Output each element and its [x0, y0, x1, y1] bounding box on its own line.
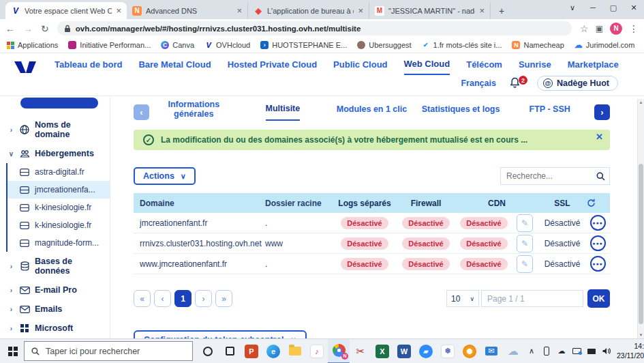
- page-last-button[interactable]: »: [215, 290, 232, 307]
- your-phone-icon[interactable]: [539, 339, 554, 363]
- powerpoint-app-button[interactable]: P: [241, 339, 262, 363]
- bookmark-initiative[interactable]: Initiative Performan...: [68, 41, 151, 49]
- edit-button[interactable]: ✎: [517, 255, 533, 273]
- close-window-button[interactable]: ✕: [624, 0, 644, 15]
- tab-multisite[interactable]: Multisite: [239, 104, 328, 121]
- tabs-scroll-left-button[interactable]: ‹: [134, 104, 149, 120]
- browser-tab-gmail[interactable]: M "JESSICA MARTIN" - nadege.huot ×: [369, 2, 491, 19]
- snowflake-app-button[interactable]: ❄: [437, 339, 459, 363]
- volume-icon[interactable]: [599, 339, 614, 363]
- browser-menu-icon[interactable]: ⋮: [629, 23, 639, 34]
- bookmark-1fr[interactable]: ✔ 1.fr mots-clés site i...: [422, 41, 502, 49]
- actions-dropdown-button[interactable]: Actions∨: [134, 167, 196, 185]
- maximize-button[interactable]: ▢: [603, 0, 624, 15]
- bookmark-ubersuggest[interactable]: Ubersuggest: [357, 41, 411, 49]
- edge-app-button[interactable]: e: [262, 339, 284, 363]
- start-button[interactable]: [2, 339, 24, 363]
- tab-ftp-ssh[interactable]: FTP - SSH: [505, 104, 594, 120]
- scrollbar-up-arrow[interactable]: ▲: [638, 99, 644, 106]
- sidebar-item-jmcreationenfant[interactable]: jmcreationenfa...: [7, 181, 110, 199]
- nav-telecom[interactable]: Télécom: [466, 59, 502, 74]
- mail-app-button[interactable]: ✉: [480, 339, 502, 363]
- sidebar-item-emails[interactable]: › Emails: [0, 300, 110, 319]
- browser-tab-remote-desktop[interactable]: ◆ L'application de bureau à distanc ×: [248, 2, 369, 19]
- onedrive-cloud-icon[interactable]: ☁: [554, 339, 569, 363]
- cast-display-icon[interactable]: [569, 339, 584, 363]
- tab-close-icon[interactable]: ×: [116, 5, 121, 16]
- bookmark-ovhcloud[interactable]: V OVHcloud: [204, 41, 250, 49]
- sidebar-item-k-kinesiologie-2[interactable]: k-kinesiologie.fr: [7, 216, 110, 234]
- nav-tableau-de-bord[interactable]: Tableau de bord: [55, 59, 122, 74]
- refresh-button[interactable]: [587, 199, 609, 207]
- chevron-down-icon[interactable]: ∨: [8, 150, 14, 158]
- ok-button[interactable]: OK: [587, 289, 610, 308]
- page-first-button[interactable]: «: [134, 290, 151, 307]
- sidebar-item-astra-digital[interactable]: astra-digital.fr: [7, 163, 110, 181]
- language-selector[interactable]: Français: [461, 78, 495, 88]
- nav-web-cloud[interactable]: Web Cloud: [404, 59, 450, 75]
- snipping-tool-button[interactable]: ✂: [350, 339, 371, 363]
- chevron-right-icon[interactable]: ›: [8, 306, 14, 313]
- weather-app-button[interactable]: ☁: [502, 339, 524, 363]
- profile-avatar[interactable]: N: [610, 23, 622, 35]
- row-actions-button[interactable]: ●●●: [590, 215, 606, 231]
- page-size-select[interactable]: 10 ∨: [446, 290, 479, 307]
- sidebar-item-domains[interactable]: › Noms de domaine: [0, 115, 110, 144]
- sidebar-item-hosting[interactable]: ∨ Hébergements: [0, 144, 110, 163]
- nav-public-cloud[interactable]: Public Cloud: [333, 59, 387, 74]
- taskbar-search[interactable]: Taper ici pour rechercher: [24, 341, 193, 361]
- excel-app-button[interactable]: X: [371, 339, 393, 363]
- nav-sunrise[interactable]: Sunrise: [519, 59, 551, 74]
- tab-close-icon[interactable]: ×: [236, 5, 242, 16]
- nav-bare-metal-cloud[interactable]: Bare Metal Cloud: [138, 59, 211, 74]
- bookmark-huotstephane[interactable]: › HUOTSTEPHANE E...: [260, 41, 347, 49]
- sidebar-item-magnitude-form[interactable]: magnitude-form...: [7, 234, 110, 252]
- page-next-button[interactable]: ›: [195, 290, 212, 307]
- page-current-button[interactable]: 1: [174, 290, 191, 307]
- tab-close-icon[interactable]: ×: [358, 5, 363, 16]
- page-indicator-input[interactable]: [481, 290, 583, 307]
- row-actions-button[interactable]: ●●●: [590, 235, 606, 251]
- page-scrollbar[interactable]: ▲ ▼: [637, 99, 644, 338]
- tab-close-icon[interactable]: ×: [479, 5, 485, 16]
- search-button[interactable]: [592, 168, 609, 184]
- scrollbar-down-arrow[interactable]: ▼: [638, 332, 644, 338]
- cortana-button[interactable]: [197, 339, 219, 363]
- notifications-button[interactable]: 2: [510, 77, 523, 89]
- chevron-right-icon[interactable]: ›: [8, 287, 14, 294]
- nav-marketplace[interactable]: Marketplace: [568, 59, 619, 74]
- ovhcontrol-token-button[interactable]: Configuration du token ovhcontrol∨: [134, 330, 307, 338]
- sidebar-item-k-kinesiologie-1[interactable]: k-kinesiologie.fr: [7, 199, 110, 216]
- page-prev-button[interactable]: ‹: [154, 290, 171, 307]
- tab-statistiques-logs[interactable]: Statistiques et logs: [416, 104, 506, 120]
- file-explorer-button[interactable]: [284, 339, 306, 363]
- sidebar-item-email-pro[interactable]: › E-mail Pro: [0, 280, 110, 300]
- sidebar-item-databases[interactable]: › Bases de données: [0, 252, 110, 280]
- bookmark-namecheap[interactable]: N Namecheap: [512, 41, 564, 49]
- scrollbar-thumb[interactable]: [639, 164, 643, 324]
- hidden-icons-chevron[interactable]: ∧: [524, 339, 539, 363]
- tab-informations-generales[interactable]: Informations générales: [149, 100, 239, 125]
- camera-tray-icon[interactable]: [584, 339, 599, 363]
- row-actions-button[interactable]: ●●●: [590, 256, 606, 272]
- search-input[interactable]: [501, 171, 592, 181]
- chevron-right-icon[interactable]: ›: [8, 263, 14, 270]
- chrome-app-button[interactable]: N: [328, 339, 350, 363]
- address-bar[interactable]: ovh.com/manager/web/#/hosting/rrnivzs.cl…: [57, 21, 572, 35]
- bookmark-star-icon[interactable]: ☆: [580, 23, 589, 34]
- nav-hosted-private-cloud[interactable]: Hosted Private Cloud: [228, 59, 317, 74]
- browser-tab-ovh[interactable]: V Votre espace client Web OVHclo ×: [5, 2, 127, 19]
- forward-icon[interactable]: →: [23, 23, 33, 34]
- user-menu[interactable]: @ Nadège Huot: [537, 76, 618, 91]
- security-app-button[interactable]: [459, 339, 480, 363]
- task-view-button[interactable]: [219, 339, 241, 363]
- banner-close-icon[interactable]: ✕: [596, 132, 603, 142]
- chevron-right-icon[interactable]: ›: [8, 126, 14, 134]
- edit-button[interactable]: ✎: [517, 235, 533, 252]
- back-icon[interactable]: ←: [5, 23, 15, 34]
- tab-search-chevron-icon[interactable]: ∨: [562, 0, 583, 15]
- reload-icon[interactable]: ↻: [41, 23, 49, 34]
- word-app-button[interactable]: W: [393, 339, 415, 363]
- bookmark-applications[interactable]: Applications: [7, 41, 58, 49]
- zoom-app-button[interactable]: ▰: [415, 339, 437, 363]
